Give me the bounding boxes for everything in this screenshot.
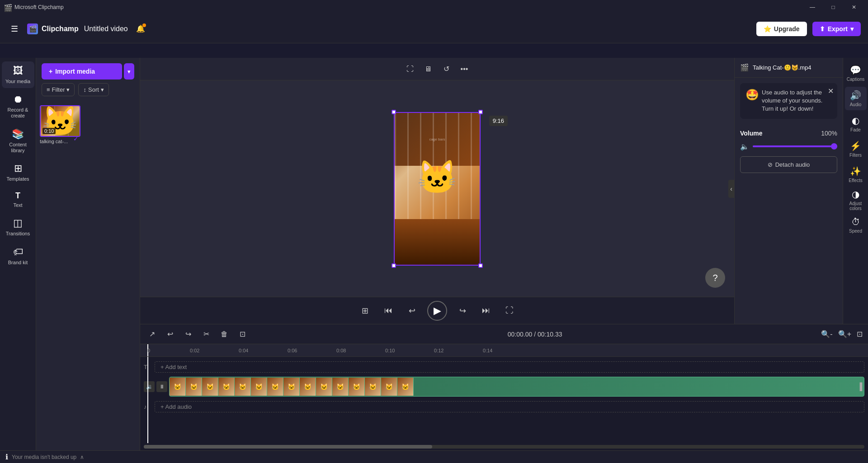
sidebar-item-transitions[interactable]: ◫ Transitions <box>2 214 34 240</box>
close-button[interactable]: ✕ <box>844 0 864 14</box>
adjust-colors-panel-button[interactable]: ◑ Adjust colors <box>845 188 867 211</box>
sidebar-item-text[interactable]: T Text <box>2 187 34 212</box>
sidebar-label-transitions: Transitions <box>6 231 30 237</box>
detach-audio-button[interactable]: ⊘ Detach audio <box>740 156 837 173</box>
play-pause-button[interactable]: ▶ <box>427 301 447 321</box>
window-controls: — □ ✕ <box>802 0 864 14</box>
speed-label: Speed <box>849 229 862 234</box>
volume-slider[interactable] <box>753 145 837 147</box>
timeline-scroll-thumb[interactable] <box>144 445 432 449</box>
screen-record-button[interactable]: 🖥 <box>421 62 435 76</box>
sidebar-item-record-create[interactable]: ⏺ Record & create <box>2 90 34 122</box>
text-track-row: T + Add text <box>140 359 868 375</box>
sidebar-label-content-library: Content library <box>4 142 33 154</box>
brand-kit-icon: 🏷 <box>13 246 23 258</box>
track-volume-button[interactable]: 🔉 <box>144 381 155 392</box>
track-frame: 🐱 <box>267 378 283 396</box>
media-thumbnail: 🐱 0:10 <box>40 105 80 137</box>
rotate-button[interactable]: ↺ <box>439 62 453 76</box>
more-options-button[interactable]: ••• <box>457 62 472 76</box>
video-track-strip[interactable]: 🐱 🐱 🐱 🐱 🐱 🐱 🐱 🐱 🐱 🐱 🐱 🐱 <box>169 377 864 397</box>
titlebar: 🎬 Microsoft Clipchamp — □ ✕ <box>0 0 868 14</box>
ruler-mark-0: 0 <box>147 348 150 353</box>
audio-wave-icon: ▐ <box>857 383 862 391</box>
split-button[interactable]: ⊡ <box>236 328 249 341</box>
menu-button[interactable]: ☰ <box>7 22 22 36</box>
background-bottom <box>395 219 480 265</box>
effects-panel-button[interactable]: ✨ Effects <box>845 163 867 186</box>
video-title[interactable]: Untitled video <box>84 25 128 33</box>
zoom-out-button[interactable]: 🔍- <box>821 330 832 338</box>
sidebar-item-brand-kit[interactable]: 🏷 Brand kit <box>2 243 34 269</box>
help-button[interactable]: ? <box>705 268 725 288</box>
timeline-tracks: T + Add text 🔉 ⏸ 🐱 🐱 🐱 🐱 🐱 � <box>140 357 868 443</box>
sidebar: 🖼 Your media ⏺ Record & create 📚 Content… <box>0 58 36 450</box>
sort-button[interactable]: ↕ Sort ▾ <box>78 83 108 96</box>
track-frame: 🐱 <box>397 378 414 396</box>
tooltip-close-button[interactable]: ✕ <box>828 87 834 95</box>
collapse-panel-button[interactable]: ‹ <box>728 180 734 198</box>
resize-handle-br[interactable] <box>478 263 483 268</box>
canvas-content: cage bars 🐱 9:1 <box>140 80 734 297</box>
fullscreen-button[interactable]: ⛶ <box>501 303 518 319</box>
add-text-button[interactable]: + Add text <box>155 361 864 373</box>
speed-panel-button[interactable]: ⏱ Speed <box>845 213 867 237</box>
crop-tool-button[interactable]: ⛶ <box>403 62 417 76</box>
check-mark-icon: ✓ <box>73 135 79 142</box>
zoom-in-button[interactable]: 🔍+ <box>838 330 851 338</box>
notification-button[interactable]: 🔔 <box>133 22 148 36</box>
video-preview: cage bars 🐱 9:1 <box>394 112 481 266</box>
skip-end-button[interactable]: ⏭ <box>478 303 494 319</box>
fit-timeline-button[interactable]: ⊡ <box>857 330 863 338</box>
resize-handle-bl[interactable] <box>392 263 396 268</box>
ruler-mark-3: 0:06 <box>288 348 297 353</box>
maximize-button[interactable]: □ <box>823 0 844 14</box>
sidebar-item-your-media[interactable]: 🖼 Your media <box>2 61 34 88</box>
timeline-scrollbar[interactable] <box>144 445 864 449</box>
select-tool-button[interactable]: ↗ <box>146 328 158 341</box>
volume-thumb[interactable] <box>831 143 837 150</box>
rewind-button[interactable]: ⏮ <box>380 303 396 319</box>
import-dropdown-button[interactable]: ▾ <box>124 63 134 80</box>
import-icon: + <box>49 68 52 75</box>
upgrade-button[interactable]: ⭐ Upgrade <box>756 22 807 36</box>
import-media-button[interactable]: + Import media <box>42 63 122 80</box>
track-frame: 🐱 <box>186 378 202 396</box>
status-dismiss-button[interactable]: ∧ <box>80 454 84 460</box>
sort-icon: ↕ <box>83 86 86 93</box>
delete-button[interactable]: 🗑 <box>218 328 231 341</box>
filter-icon: ≡ <box>47 86 50 93</box>
list-item[interactable]: 🐱 0:10 talking cat-... ✓ <box>40 105 80 144</box>
resize-handle-tr[interactable] <box>478 110 483 114</box>
audio-panel-button[interactable]: 🔊 Audio <box>845 87 867 110</box>
cut-button[interactable]: ✂ <box>200 328 212 341</box>
templates-icon: ⊞ <box>14 163 22 174</box>
resize-handle-tl[interactable] <box>392 110 396 114</box>
sidebar-label-text: Text <box>13 202 22 208</box>
export-button[interactable]: ⬆ Export ▾ <box>812 22 861 36</box>
track-frame: 🐱 <box>283 378 300 396</box>
right-panel-header: 🎬 Talking Cat-🙂😺.mp4 <box>735 58 843 78</box>
replay-5-button[interactable]: ↩ <box>404 303 420 319</box>
detach-icon: ⊘ <box>768 161 773 168</box>
redo-button[interactable]: ↪ <box>182 328 194 341</box>
fit-to-frame-button[interactable]: ⊞ <box>357 303 373 319</box>
captions-panel-button[interactable]: 💬 Captions <box>845 61 867 85</box>
minimize-button[interactable]: — <box>802 0 823 14</box>
filters-panel-button[interactable]: ⚡ Filters <box>845 137 867 161</box>
filter-button[interactable]: ≡ Filter ▾ <box>42 83 75 96</box>
fade-panel-button[interactable]: ◐ Fade <box>845 112 867 136</box>
effects-label: Effects <box>849 178 862 183</box>
current-time: 00:00.00 <box>508 331 533 338</box>
sidebar-item-templates[interactable]: ⊞ Templates <box>2 159 34 186</box>
video-frame-inner: cage bars 🐱 <box>395 113 480 265</box>
track-frame: 🐱 <box>218 378 235 396</box>
sidebar-item-content-library[interactable]: 📚 Content library <box>2 125 34 157</box>
track-pause-button[interactable]: ⏸ <box>156 381 167 392</box>
undo-button[interactable]: ↩ <box>164 328 176 341</box>
forward-5-button[interactable]: ↪ <box>454 303 471 319</box>
track-frame: 🐱 <box>202 378 218 396</box>
ruler-mark-6: 0:12 <box>434 348 443 353</box>
media-name: talking cat-... <box>40 139 68 144</box>
add-audio-button[interactable]: + Add audio <box>155 401 864 412</box>
